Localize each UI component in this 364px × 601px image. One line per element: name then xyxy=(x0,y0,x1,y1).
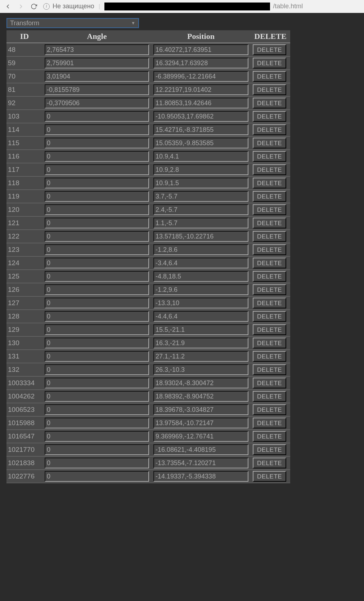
angle-input[interactable] xyxy=(45,378,149,388)
position-input[interactable] xyxy=(153,471,248,482)
position-input[interactable] xyxy=(153,151,248,162)
delete-button[interactable]: DELETE xyxy=(253,58,286,68)
back-button[interactable] xyxy=(4,3,12,10)
address-bar[interactable]: i Не защищено | /table.html xyxy=(43,3,360,10)
position-input[interactable] xyxy=(153,271,248,282)
delete-button[interactable]: DELETE xyxy=(253,311,286,322)
delete-button[interactable]: DELETE xyxy=(253,111,286,122)
delete-button[interactable]: DELETE xyxy=(253,458,286,468)
delete-button[interactable]: DELETE xyxy=(253,191,286,202)
angle-input[interactable] xyxy=(45,58,149,68)
position-input[interactable] xyxy=(153,84,248,95)
delete-button[interactable]: DELETE xyxy=(253,418,286,428)
angle-input[interactable] xyxy=(45,271,149,282)
position-input[interactable] xyxy=(153,458,248,468)
position-input[interactable] xyxy=(153,338,248,348)
position-input[interactable] xyxy=(153,98,248,108)
position-input[interactable] xyxy=(153,124,248,135)
delete-button[interactable]: DELETE xyxy=(253,444,286,455)
angle-input[interactable] xyxy=(45,324,149,335)
angle-input[interactable] xyxy=(45,84,149,95)
angle-input[interactable] xyxy=(45,444,149,455)
delete-button[interactable]: DELETE xyxy=(253,404,286,415)
delete-button[interactable]: DELETE xyxy=(253,378,286,388)
angle-input[interactable] xyxy=(45,311,149,322)
angle-input[interactable] xyxy=(45,98,149,108)
angle-input[interactable] xyxy=(45,351,149,362)
forward-button[interactable] xyxy=(17,3,24,10)
angle-input[interactable] xyxy=(45,458,149,468)
delete-button[interactable]: DELETE xyxy=(253,271,286,282)
delete-button[interactable]: DELETE xyxy=(253,231,286,242)
delete-button[interactable]: DELETE xyxy=(253,471,286,482)
position-input[interactable] xyxy=(153,364,248,375)
angle-input[interactable] xyxy=(45,244,149,255)
position-input[interactable] xyxy=(153,444,248,455)
position-input[interactable] xyxy=(153,178,248,188)
angle-input[interactable] xyxy=(45,391,149,402)
position-input[interactable] xyxy=(153,58,248,68)
angle-input[interactable] xyxy=(45,298,149,308)
delete-button[interactable]: DELETE xyxy=(253,351,286,362)
delete-button[interactable]: DELETE xyxy=(253,178,286,188)
position-input[interactable] xyxy=(153,324,248,335)
delete-button[interactable]: DELETE xyxy=(253,44,286,55)
delete-button[interactable]: DELETE xyxy=(253,258,286,268)
delete-button[interactable]: DELETE xyxy=(253,431,286,442)
position-input[interactable] xyxy=(153,351,248,362)
position-input[interactable] xyxy=(153,431,248,442)
position-input[interactable] xyxy=(153,391,248,402)
delete-button[interactable]: DELETE xyxy=(253,391,286,402)
position-input[interactable] xyxy=(153,231,248,242)
transform-dropdown[interactable]: Transform ▼ xyxy=(6,18,139,28)
delete-button[interactable]: DELETE xyxy=(253,138,286,148)
angle-input[interactable] xyxy=(45,338,149,348)
reload-button[interactable] xyxy=(30,3,37,10)
position-input[interactable] xyxy=(153,164,248,175)
position-input[interactable] xyxy=(153,404,248,415)
position-input[interactable] xyxy=(153,284,248,295)
angle-input[interactable] xyxy=(45,364,149,375)
position-input[interactable] xyxy=(153,418,248,428)
delete-button[interactable]: DELETE xyxy=(253,338,286,348)
angle-input[interactable] xyxy=(45,178,149,188)
angle-input[interactable] xyxy=(45,164,149,175)
delete-button[interactable]: DELETE xyxy=(253,244,286,255)
angle-input[interactable] xyxy=(45,218,149,228)
position-input[interactable] xyxy=(153,258,248,268)
delete-button[interactable]: DELETE xyxy=(253,98,286,108)
delete-button[interactable]: DELETE xyxy=(253,298,286,308)
position-input[interactable] xyxy=(153,378,248,388)
angle-input[interactable] xyxy=(45,191,149,202)
angle-input[interactable] xyxy=(45,431,149,442)
angle-input[interactable] xyxy=(45,284,149,295)
delete-button[interactable]: DELETE xyxy=(253,151,286,162)
position-input[interactable] xyxy=(153,218,248,228)
delete-button[interactable]: DELETE xyxy=(253,324,286,335)
angle-input[interactable] xyxy=(45,138,149,148)
angle-input[interactable] xyxy=(45,111,149,122)
delete-button[interactable]: DELETE xyxy=(253,71,286,82)
delete-button[interactable]: DELETE xyxy=(253,204,286,215)
position-input[interactable] xyxy=(153,244,248,255)
angle-input[interactable] xyxy=(45,151,149,162)
position-input[interactable] xyxy=(153,311,248,322)
position-input[interactable] xyxy=(153,204,248,215)
position-input[interactable] xyxy=(153,191,248,202)
angle-input[interactable] xyxy=(45,258,149,268)
delete-button[interactable]: DELETE xyxy=(253,218,286,228)
angle-input[interactable] xyxy=(45,44,149,55)
delete-button[interactable]: DELETE xyxy=(253,84,286,95)
delete-button[interactable]: DELETE xyxy=(253,124,286,135)
angle-input[interactable] xyxy=(45,471,149,482)
position-input[interactable] xyxy=(153,71,248,82)
delete-button[interactable]: DELETE xyxy=(253,364,286,375)
angle-input[interactable] xyxy=(45,418,149,428)
delete-button[interactable]: DELETE xyxy=(253,164,286,175)
angle-input[interactable] xyxy=(45,71,149,82)
position-input[interactable] xyxy=(153,111,248,122)
angle-input[interactable] xyxy=(45,231,149,242)
position-input[interactable] xyxy=(153,44,248,55)
angle-input[interactable] xyxy=(45,204,149,215)
position-input[interactable] xyxy=(153,298,248,308)
